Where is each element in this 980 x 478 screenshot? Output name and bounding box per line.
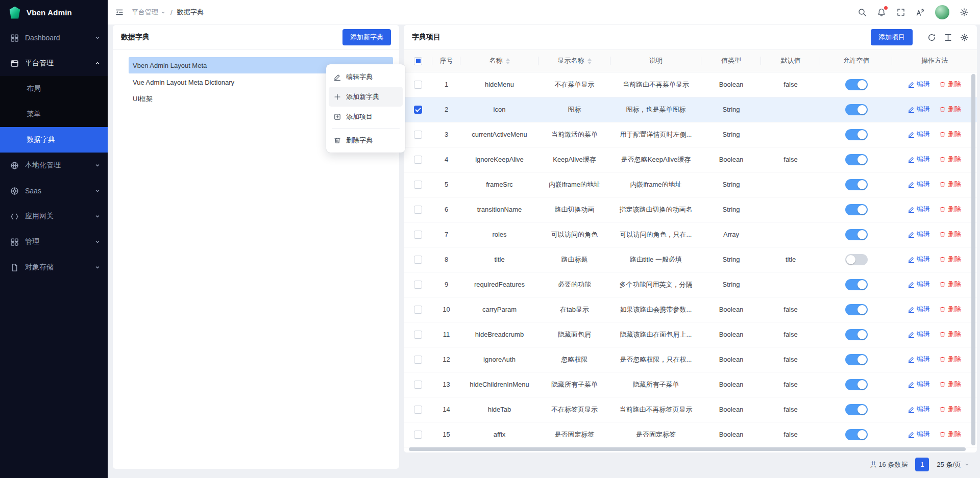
allow-empty-toggle[interactable] [845,154,868,165]
app-logo[interactable]: Vben Admin [0,0,108,25]
sidebar-item-2[interactable]: 布局 [0,76,108,102]
edit-button[interactable]: 编辑 [908,330,930,339]
sidebar-item-9[interactable]: 对象存储 [0,255,108,280]
column-height-icon[interactable] [944,33,952,42]
context-menu-item-2[interactable]: 添加项目 [329,107,403,127]
avatar[interactable] [935,5,949,19]
edit-button[interactable]: 编辑 [908,380,930,389]
edit-button[interactable]: 编辑 [908,355,930,364]
edit-button[interactable]: 编辑 [908,405,930,414]
sidebar-item-3[interactable]: 菜单 [0,102,108,127]
edit-button[interactable]: 编辑 [908,105,930,114]
edit-button[interactable]: 编辑 [908,80,930,89]
horizontal-scrollbar[interactable] [409,447,966,451]
page-size-select[interactable]: 25 条/页 [937,460,970,469]
delete-button[interactable]: 删除 [939,305,961,314]
cell-name: icon [460,97,538,122]
delete-button[interactable]: 删除 [939,405,961,414]
allow-empty-toggle[interactable] [845,354,868,365]
row-checkbox[interactable] [414,431,422,439]
refresh-icon[interactable] [927,33,936,42]
page-1-button[interactable]: 1 [915,458,929,471]
add-dict-button[interactable]: 添加新字典 [342,29,391,45]
allow-empty-toggle[interactable] [845,204,868,215]
sidebar-item-1[interactable]: 平台管理 [0,51,108,76]
edit-button[interactable]: 编辑 [908,430,930,439]
row-checkbox[interactable] [414,356,422,364]
row-checkbox[interactable] [414,206,422,214]
search-icon[interactable] [857,8,867,17]
sidebar-item-0[interactable]: Dashboard [0,25,108,51]
column-header-display-name[interactable]: 显示名称 [538,50,610,72]
row-checkbox[interactable] [414,131,422,139]
column-header-name[interactable]: 名称 [460,50,538,72]
row-checkbox[interactable] [414,381,422,389]
add-item-button[interactable]: 添加项目 [871,29,913,45]
row-checkbox[interactable] [414,331,422,339]
chevron-down-icon [94,239,101,245]
allow-empty-toggle[interactable] [845,104,868,115]
row-checkbox[interactable] [414,256,422,264]
edit-button[interactable]: 编辑 [908,205,930,214]
delete-button[interactable]: 删除 [939,330,961,339]
delete-button[interactable]: 删除 [939,80,961,89]
cell-value-type: String [701,247,761,272]
menu-fold-icon[interactable] [115,8,124,17]
allow-empty-toggle[interactable] [845,304,868,315]
delete-button[interactable]: 删除 [939,355,961,364]
allow-empty-toggle[interactable] [845,129,868,140]
allow-empty-toggle[interactable] [845,404,868,415]
delete-button[interactable]: 删除 [939,430,961,439]
delete-button[interactable]: 删除 [939,105,961,114]
allow-empty-toggle[interactable] [845,254,868,265]
cell-value-type: String [701,172,761,197]
edit-button[interactable]: 编辑 [908,255,930,264]
notification-icon[interactable] [877,8,886,17]
context-menu-item-0[interactable]: 编辑字典 [329,67,403,87]
row-checkbox[interactable] [414,156,422,164]
allow-empty-toggle[interactable] [845,329,868,340]
delete-button[interactable]: 删除 [939,180,961,189]
translate-icon[interactable] [916,8,925,17]
delete-button[interactable]: 删除 [939,380,961,389]
delete-button[interactable]: 删除 [939,205,961,214]
vertical-scrollbar[interactable] [971,74,975,445]
allow-empty-toggle[interactable] [845,279,868,290]
edit-button[interactable]: 编辑 [908,155,930,164]
delete-button[interactable]: 删除 [939,255,961,264]
edit-button[interactable]: 编辑 [908,230,930,239]
row-checkbox[interactable] [414,106,422,114]
sidebar-item-6[interactable]: Saas [0,178,108,204]
row-checkbox[interactable] [414,281,422,289]
edit-button[interactable]: 编辑 [908,180,930,189]
allow-empty-toggle[interactable] [845,229,868,240]
edit-button[interactable]: 编辑 [908,305,930,314]
select-all-checkbox[interactable] [414,57,422,65]
context-menu-item-3[interactable]: 删除字典 [329,130,403,150]
row-checkbox[interactable] [414,81,422,89]
breadcrumb-parent[interactable]: 平台管理 [132,8,166,17]
allow-empty-toggle[interactable] [845,429,868,440]
sidebar-item-5[interactable]: 本地化管理 [0,153,108,178]
sidebar-item-7[interactable]: 应用网关 [0,204,108,229]
row-checkbox[interactable] [414,406,422,414]
edit-button[interactable]: 编辑 [908,280,930,289]
sidebar-item-8[interactable]: 管理 [0,229,108,255]
delete-button[interactable]: 删除 [939,155,961,164]
row-checkbox[interactable] [414,306,422,314]
allow-empty-toggle[interactable] [845,379,868,390]
sidebar-item-4[interactable]: 数据字典 [0,127,108,153]
row-checkbox[interactable] [414,181,422,189]
delete-button[interactable]: 删除 [939,130,961,139]
context-menu-item-1[interactable]: 添加新字典 [329,87,403,107]
row-checkbox[interactable] [414,231,422,239]
allow-empty-toggle[interactable] [845,179,868,190]
edit-button[interactable]: 编辑 [908,130,930,139]
cell-description: 是否忽略权限，只在权... [610,347,701,372]
delete-button[interactable]: 删除 [939,280,961,289]
delete-button[interactable]: 删除 [939,230,961,239]
allow-empty-toggle[interactable] [845,79,868,90]
fullscreen-icon[interactable] [896,8,905,17]
settings-icon[interactable] [960,8,969,17]
table-settings-icon[interactable] [960,33,969,42]
